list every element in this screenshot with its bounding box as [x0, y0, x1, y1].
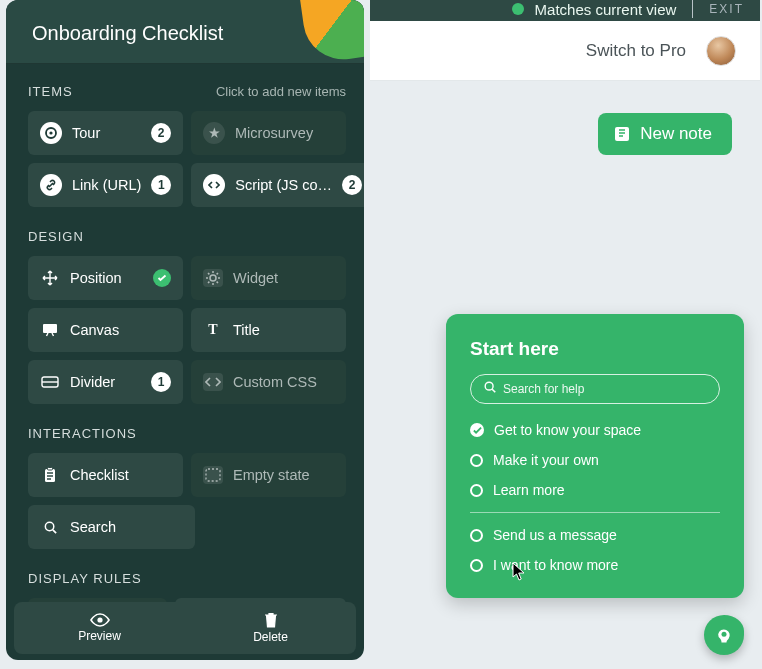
design-section-header: DESIGN — [28, 229, 346, 244]
preview-button[interactable]: Preview — [14, 602, 185, 654]
section-title: DISPLAY RULES — [28, 571, 142, 586]
tile-empty-state[interactable]: Empty state — [191, 453, 346, 497]
card-item-label: Send us a message — [493, 527, 617, 543]
editor-sidebar: Onboarding Checklist ITEMS Click to add … — [6, 0, 364, 660]
svg-point-1 — [485, 382, 493, 390]
svg-point-13 — [45, 522, 53, 530]
interactions-section-header: INTERACTIONS — [28, 426, 346, 441]
card-item-4[interactable]: I want to know more — [470, 557, 720, 573]
section-title: DESIGN — [28, 229, 84, 244]
sidebar-bottom-bar: Preview Delete — [14, 602, 356, 654]
status-dot-icon — [512, 3, 524, 15]
status-top-bar: Matches current view EXIT — [370, 0, 760, 18]
check-icon — [470, 423, 484, 437]
card-item-0[interactable]: Get to know your space — [470, 422, 720, 438]
app-bar: Switch to Pro — [370, 21, 760, 81]
link-icon — [40, 174, 62, 196]
code-icon — [203, 174, 225, 196]
matches-indicator: Matches current view — [512, 1, 676, 18]
radio-icon — [470, 484, 483, 497]
search-icon — [483, 380, 497, 398]
preview-label: Preview — [78, 629, 121, 643]
tile-checklist[interactable]: Checklist — [28, 453, 183, 497]
tile-label: Position — [70, 270, 143, 286]
count-badge: 1 — [151, 372, 171, 392]
tile-label: Script (JS co… — [235, 177, 332, 193]
card-title: Start here — [470, 338, 720, 360]
card-item-label: I want to know more — [493, 557, 618, 573]
section-hint[interactable]: Click to add new items — [216, 84, 346, 99]
tile-label: Canvas — [70, 322, 171, 338]
radio-icon — [470, 559, 483, 572]
title-icon: T — [203, 321, 223, 339]
count-badge: 2 — [151, 123, 171, 143]
dashed-box-icon — [203, 466, 223, 484]
tile-label: Divider — [70, 374, 141, 390]
tile-script[interactable]: Script (JS co… 2 — [191, 163, 364, 207]
svg-point-6 — [210, 275, 216, 281]
star-icon: ★ — [203, 122, 225, 144]
tile-tour[interactable]: Tour 2 — [28, 111, 183, 155]
divider-vertical — [692, 0, 693, 18]
display-rules-section-header: DISPLAY RULES — [28, 571, 346, 586]
tile-label: Widget — [233, 270, 334, 286]
avatar[interactable] — [706, 36, 736, 66]
tile-label: Checklist — [70, 467, 171, 483]
tile-canvas[interactable]: Canvas — [28, 308, 183, 352]
tile-microsurvey[interactable]: ★ Microsurvey — [191, 111, 346, 155]
page-title: Onboarding Checklist — [32, 22, 338, 45]
svg-rect-0 — [615, 127, 629, 141]
switch-to-pro-link[interactable]: Switch to Pro — [586, 41, 686, 61]
start-here-card: Start here Get to know your space Make i… — [446, 314, 744, 598]
tile-label: Search — [70, 519, 183, 535]
count-badge: 1 — [151, 175, 171, 195]
tile-link-url[interactable]: Link (URL) 1 — [28, 163, 183, 207]
tile-custom-css[interactable]: Custom CSS — [191, 360, 346, 404]
new-note-button[interactable]: New note — [598, 113, 732, 155]
svg-point-5 — [49, 131, 52, 134]
clipboard-icon — [40, 466, 60, 484]
help-search-input[interactable] — [503, 382, 707, 396]
card-item-label: Get to know your space — [494, 422, 641, 438]
check-icon — [153, 269, 171, 287]
matches-label: Matches current view — [535, 1, 677, 18]
delete-label: Delete — [253, 630, 288, 644]
divider-icon — [40, 373, 60, 391]
card-item-2[interactable]: Learn more — [470, 482, 720, 498]
tile-position[interactable]: Position — [28, 256, 183, 300]
tile-label: Custom CSS — [233, 374, 334, 390]
move-icon — [40, 269, 60, 287]
tile-label: Link (URL) — [72, 177, 141, 193]
target-icon — [40, 122, 62, 144]
canvas-icon — [40, 321, 60, 339]
sidebar-header: Onboarding Checklist — [6, 0, 364, 64]
count-badge: 2 — [342, 175, 362, 195]
tile-widget[interactable]: Widget — [191, 256, 346, 300]
card-item-3[interactable]: Send us a message — [470, 527, 720, 543]
help-search[interactable] — [470, 374, 720, 404]
tile-divider[interactable]: Divider 1 — [28, 360, 183, 404]
gear-icon — [203, 269, 223, 287]
tile-title[interactable]: T Title — [191, 308, 346, 352]
corner-decoration — [299, 0, 364, 65]
tile-label: Title — [233, 322, 334, 338]
radio-icon — [470, 454, 483, 467]
svg-point-17 — [97, 617, 102, 622]
card-item-1[interactable]: Make it your own — [470, 452, 720, 468]
svg-rect-12 — [206, 469, 220, 481]
svg-rect-11 — [48, 468, 53, 471]
radio-icon — [470, 529, 483, 542]
items-section-header: ITEMS Click to add new items — [28, 84, 346, 99]
tile-label: Empty state — [233, 467, 334, 483]
card-divider — [470, 512, 720, 513]
search-icon — [40, 518, 60, 536]
help-fab[interactable] — [704, 615, 744, 655]
tile-search[interactable]: Search — [28, 505, 195, 549]
exit-button[interactable]: EXIT — [709, 2, 744, 16]
svg-point-3 — [722, 632, 727, 637]
card-item-label: Learn more — [493, 482, 565, 498]
delete-button[interactable]: Delete — [185, 602, 356, 654]
note-icon — [614, 126, 630, 142]
tile-label: Microsurvey — [235, 125, 334, 141]
svg-rect-7 — [43, 324, 57, 333]
